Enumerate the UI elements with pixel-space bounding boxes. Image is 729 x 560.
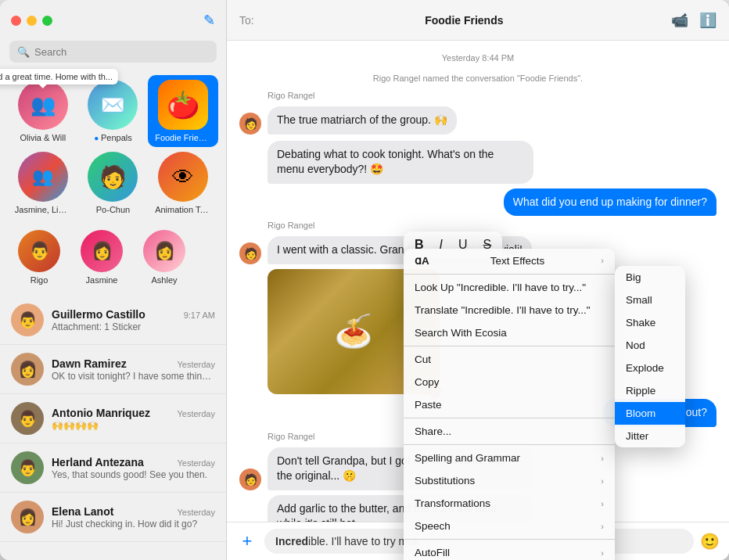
ctx-separator-4 xyxy=(404,444,615,445)
ctx-paste[interactable]: Paste xyxy=(404,393,615,416)
translate-label: Translate "Incredible. I'll have to try.… xyxy=(415,304,591,316)
spelling-arrow: › xyxy=(601,454,604,463)
ctx-separator-3 xyxy=(404,418,615,418)
ctx-spelling[interactable]: Spelling and Grammar › xyxy=(404,447,615,469)
paste-label: Paste xyxy=(415,399,442,411)
ctx-transformations[interactable]: Transformations › xyxy=(404,492,615,515)
substitutions-label: Substitutions xyxy=(415,475,475,486)
context-menu-overlay: B I U S ɑA Text Effects › Look Up "Incre… xyxy=(0,0,729,560)
app-window: ✎ 🔍 We had a great time. Home with th...… xyxy=(0,0,729,560)
effect-bloom[interactable]: Bloom xyxy=(615,402,685,425)
effect-nod[interactable]: Nod xyxy=(615,334,685,357)
text-effects-submenu: Big Small Shake Nod Explode Ripple Bloom… xyxy=(615,266,685,447)
search-ecosia-label: Search With Ecosia xyxy=(415,327,507,339)
effect-small[interactable]: Small xyxy=(615,289,685,311)
effect-shake[interactable]: Shake xyxy=(615,311,685,334)
ctx-cut[interactable]: Cut xyxy=(404,348,615,371)
text-effects-arrow: › xyxy=(601,256,604,265)
speech-arrow: › xyxy=(601,522,604,531)
effect-ripple[interactable]: Ripple xyxy=(615,379,685,402)
share-label: Share... xyxy=(415,425,451,437)
copy-label: Copy xyxy=(415,376,440,388)
ctx-lookup[interactable]: Look Up "Incredible. I'll have to try...… xyxy=(404,276,615,299)
ctx-autofill[interactable]: AutoFill › xyxy=(404,541,615,560)
ctx-text-effects[interactable]: ɑA Text Effects › xyxy=(404,249,615,272)
ctx-substitutions[interactable]: Substitutions › xyxy=(404,469,615,492)
text-effects-label: Text Effects xyxy=(490,255,545,267)
lookup-label: Look Up "Incredible. I'll have to try...… xyxy=(415,282,586,293)
ctx-translate[interactable]: Translate "Incredible. I'll have to try.… xyxy=(404,299,615,321)
effect-explode[interactable]: Explode xyxy=(615,357,685,379)
ctx-separator-1 xyxy=(404,274,615,275)
substitutions-arrow: › xyxy=(601,476,604,486)
autofill-arrow: › xyxy=(601,548,604,558)
ctx-search-ecosia[interactable]: Search With Ecosia xyxy=(404,321,615,344)
text-effects-icon: ɑA xyxy=(415,254,429,267)
transformations-arrow: › xyxy=(601,499,604,508)
ctx-separator-5 xyxy=(404,539,615,540)
cut-label: Cut xyxy=(415,354,431,365)
ctx-speech[interactable]: Speech › xyxy=(404,515,615,537)
ctx-share[interactable]: Share... xyxy=(404,420,615,443)
effect-big[interactable]: Big xyxy=(615,266,685,289)
autofill-label: AutoFill xyxy=(415,547,450,558)
context-menu: ɑA Text Effects › Look Up "Incredible. I… xyxy=(404,249,615,560)
ctx-separator-2 xyxy=(404,346,615,346)
speech-label: Speech xyxy=(415,520,451,532)
spelling-label: Spelling and Grammar xyxy=(415,452,520,464)
transformations-label: Transformations xyxy=(415,497,490,509)
ctx-copy[interactable]: Copy xyxy=(404,371,615,393)
effect-jitter[interactable]: Jitter xyxy=(615,425,685,447)
